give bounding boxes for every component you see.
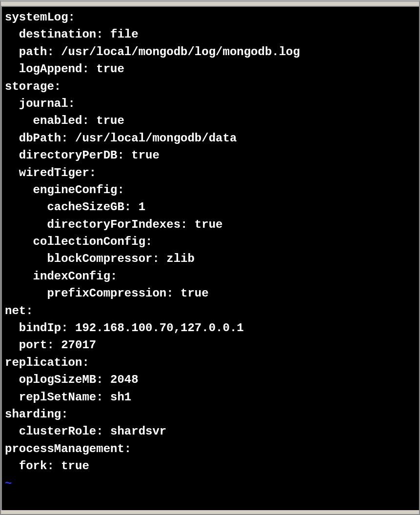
config-line: logAppend: true <box>5 62 124 76</box>
config-line: directoryPerDB: true <box>5 149 160 162</box>
config-line: blockCompressor: zlib <box>5 252 195 265</box>
config-line: systemLog: <box>5 11 75 24</box>
terminal-content[interactable]: systemLog: destination: file path: /usr/… <box>1 6 419 510</box>
config-line: dbPath: /usr/local/mongodb/data <box>5 132 237 145</box>
config-line: port: 27017 <box>5 338 96 352</box>
config-line: sharding: <box>5 408 68 421</box>
config-line: indexConfig: <box>5 270 117 283</box>
config-line: replSetName: sh1 <box>5 391 131 404</box>
config-line: directoryForIndexes: true <box>5 218 222 231</box>
config-line: cacheSizeGB: 1 <box>5 200 145 214</box>
config-line: bindIp: 192.168.100.70,127.0.0.1 <box>5 321 244 335</box>
config-line: journal: <box>5 97 75 110</box>
config-line: clusterRole: shardsvr <box>5 425 166 438</box>
config-line: engineConfig: <box>5 183 124 197</box>
config-line: oplogSizeMB: 2048 <box>5 373 139 386</box>
config-line: destination: file <box>5 28 139 41</box>
config-line: collectionConfig: <box>5 235 152 248</box>
config-line: prefixCompression: true <box>5 287 209 300</box>
window-frame: systemLog: destination: file path: /usr/… <box>0 0 420 515</box>
config-line: enabled: true <box>5 114 124 127</box>
config-line: path: /usr/local/mongodb/log/mongodb.log <box>5 45 300 59</box>
vim-eof-marker: ~ <box>5 477 12 490</box>
config-line: replication: <box>5 356 89 369</box>
config-line: net: <box>5 304 33 317</box>
config-line: fork: true <box>5 459 89 473</box>
config-line: storage: <box>5 80 61 93</box>
config-line: wiredTiger: <box>5 166 96 179</box>
config-line: processManagement: <box>5 442 131 456</box>
